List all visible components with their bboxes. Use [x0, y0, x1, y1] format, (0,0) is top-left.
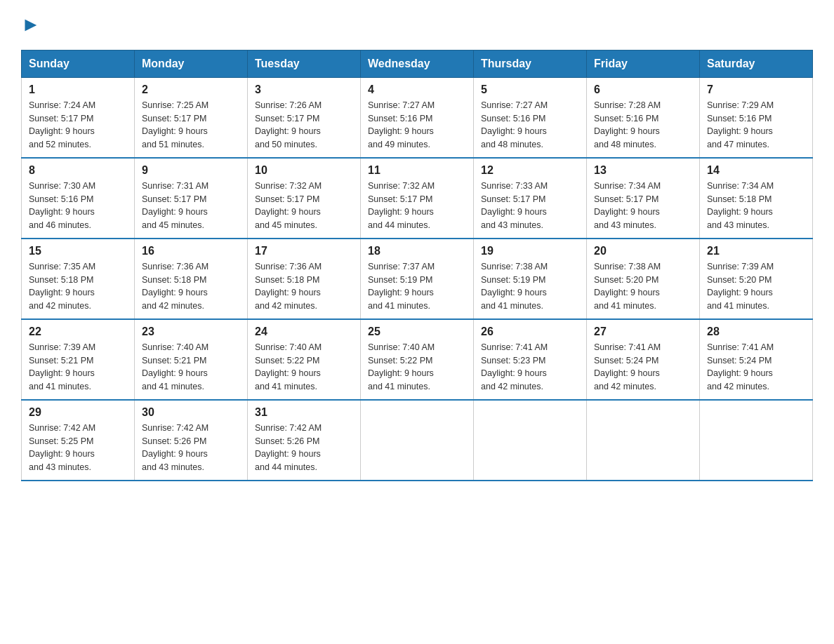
calendar-cell: 27 Sunrise: 7:41 AM Sunset: 5:24 PM Dayl…: [587, 319, 700, 400]
calendar-cell: [587, 400, 700, 481]
calendar-cell: 12 Sunrise: 7:33 AM Sunset: 5:17 PM Dayl…: [474, 158, 587, 239]
day-number: 2: [142, 83, 240, 96]
day-number: 5: [481, 83, 579, 96]
weekday-header-sunday: Sunday: [22, 50, 135, 77]
day-info: Sunrise: 7:27 AM Sunset: 5:16 PM Dayligh…: [368, 99, 466, 152]
day-number: 24: [255, 326, 353, 338]
weekday-header-wednesday: Wednesday: [361, 50, 474, 77]
calendar-cell: 17 Sunrise: 7:36 AM Sunset: 5:18 PM Dayl…: [248, 239, 361, 319]
day-info: Sunrise: 7:31 AM Sunset: 5:17 PM Dayligh…: [142, 180, 240, 232]
weekday-header-thursday: Thursday: [474, 50, 587, 77]
calendar-cell: 26 Sunrise: 7:41 AM Sunset: 5:23 PM Dayl…: [474, 319, 587, 400]
calendar-cell: 1 Sunrise: 7:24 AM Sunset: 5:17 PM Dayli…: [22, 77, 135, 158]
calendar-cell: 24 Sunrise: 7:40 AM Sunset: 5:22 PM Dayl…: [248, 319, 361, 400]
calendar-cell: 25 Sunrise: 7:40 AM Sunset: 5:22 PM Dayl…: [361, 319, 474, 400]
calendar-cell: 19 Sunrise: 7:38 AM Sunset: 5:19 PM Dayl…: [474, 239, 587, 319]
calendar-week-row: 15 Sunrise: 7:35 AM Sunset: 5:18 PM Dayl…: [22, 239, 813, 319]
calendar-cell: 22 Sunrise: 7:39 AM Sunset: 5:21 PM Dayl…: [22, 319, 135, 400]
day-info: Sunrise: 7:26 AM Sunset: 5:17 PM Dayligh…: [255, 99, 353, 152]
day-number: 20: [594, 245, 692, 257]
calendar-cell: 2 Sunrise: 7:25 AM Sunset: 5:17 PM Dayli…: [135, 77, 248, 158]
calendar-cell: 7 Sunrise: 7:29 AM Sunset: 5:16 PM Dayli…: [700, 77, 813, 158]
day-number: 12: [481, 164, 579, 177]
day-info: Sunrise: 7:38 AM Sunset: 5:19 PM Dayligh…: [481, 260, 579, 313]
day-number: 17: [255, 245, 353, 257]
day-number: 21: [707, 245, 805, 257]
weekday-header-row: SundayMondayTuesdayWednesdayThursdayFrid…: [22, 50, 813, 77]
calendar-week-row: 8 Sunrise: 7:30 AM Sunset: 5:16 PM Dayli…: [22, 158, 813, 239]
day-info: Sunrise: 7:41 AM Sunset: 5:23 PM Dayligh…: [481, 341, 579, 394]
calendar-cell: 15 Sunrise: 7:35 AM Sunset: 5:18 PM Dayl…: [22, 239, 135, 319]
day-info: Sunrise: 7:34 AM Sunset: 5:18 PM Dayligh…: [707, 180, 805, 232]
calendar-cell: 23 Sunrise: 7:40 AM Sunset: 5:21 PM Dayl…: [135, 319, 248, 400]
day-number: 6: [594, 83, 692, 96]
day-info: Sunrise: 7:36 AM Sunset: 5:18 PM Dayligh…: [255, 260, 353, 313]
day-number: 1: [29, 83, 127, 96]
day-info: Sunrise: 7:25 AM Sunset: 5:17 PM Dayligh…: [142, 99, 240, 152]
day-info: Sunrise: 7:27 AM Sunset: 5:16 PM Dayligh…: [481, 99, 579, 152]
calendar-cell: 8 Sunrise: 7:30 AM Sunset: 5:16 PM Dayli…: [22, 158, 135, 239]
day-number: 18: [368, 245, 466, 257]
day-number: 13: [594, 164, 692, 177]
calendar-cell: 5 Sunrise: 7:27 AM Sunset: 5:16 PM Dayli…: [474, 77, 587, 158]
calendar-cell: 4 Sunrise: 7:27 AM Sunset: 5:16 PM Dayli…: [361, 77, 474, 158]
day-number: 29: [29, 406, 127, 419]
day-info: Sunrise: 7:40 AM Sunset: 5:22 PM Dayligh…: [368, 341, 466, 394]
day-info: Sunrise: 7:35 AM Sunset: 5:18 PM Dayligh…: [29, 260, 127, 313]
calendar-cell: 10 Sunrise: 7:32 AM Sunset: 5:17 PM Dayl…: [248, 158, 361, 239]
calendar-cell: 9 Sunrise: 7:31 AM Sunset: 5:17 PM Dayli…: [135, 158, 248, 239]
calendar-cell: [361, 400, 474, 481]
calendar-cell: [474, 400, 587, 481]
weekday-header-tuesday: Tuesday: [248, 50, 361, 77]
day-number: 8: [29, 164, 127, 177]
day-info: Sunrise: 7:30 AM Sunset: 5:16 PM Dayligh…: [29, 180, 127, 232]
day-number: 14: [707, 164, 805, 177]
day-info: Sunrise: 7:36 AM Sunset: 5:18 PM Dayligh…: [142, 260, 240, 313]
day-info: Sunrise: 7:32 AM Sunset: 5:17 PM Dayligh…: [255, 180, 353, 232]
calendar-week-row: 22 Sunrise: 7:39 AM Sunset: 5:21 PM Dayl…: [22, 319, 813, 400]
calendar-cell: 28 Sunrise: 7:41 AM Sunset: 5:24 PM Dayl…: [700, 319, 813, 400]
day-number: 27: [594, 326, 692, 338]
day-number: 28: [707, 326, 805, 338]
weekday-header-saturday: Saturday: [700, 50, 813, 77]
day-info: Sunrise: 7:37 AM Sunset: 5:19 PM Dayligh…: [368, 260, 466, 313]
weekday-header-monday: Monday: [135, 50, 248, 77]
calendar-cell: [700, 400, 813, 481]
day-info: Sunrise: 7:33 AM Sunset: 5:17 PM Dayligh…: [481, 180, 579, 232]
calendar-cell: 11 Sunrise: 7:32 AM Sunset: 5:17 PM Dayl…: [361, 158, 474, 239]
calendar-cell: 3 Sunrise: 7:26 AM Sunset: 5:17 PM Dayli…: [248, 77, 361, 158]
day-number: 3: [255, 83, 353, 96]
day-number: 16: [142, 245, 240, 257]
calendar-table: SundayMondayTuesdayWednesdayThursdayFrid…: [21, 50, 813, 481]
calendar-cell: 20 Sunrise: 7:38 AM Sunset: 5:20 PM Dayl…: [587, 239, 700, 319]
page-header: ►: [21, 14, 813, 36]
day-number: 30: [142, 406, 240, 419]
day-info: Sunrise: 7:39 AM Sunset: 5:21 PM Dayligh…: [29, 341, 127, 394]
day-info: Sunrise: 7:42 AM Sunset: 5:26 PM Dayligh…: [142, 422, 240, 474]
day-number: 15: [29, 245, 127, 257]
day-info: Sunrise: 7:24 AM Sunset: 5:17 PM Dayligh…: [29, 99, 127, 152]
day-info: Sunrise: 7:29 AM Sunset: 5:16 PM Dayligh…: [707, 99, 805, 152]
calendar-week-row: 29 Sunrise: 7:42 AM Sunset: 5:25 PM Dayl…: [22, 400, 813, 481]
calendar-cell: 16 Sunrise: 7:36 AM Sunset: 5:18 PM Dayl…: [135, 239, 248, 319]
weekday-header-friday: Friday: [587, 50, 700, 77]
day-info: Sunrise: 7:38 AM Sunset: 5:20 PM Dayligh…: [594, 260, 692, 313]
day-number: 4: [368, 83, 466, 96]
day-info: Sunrise: 7:34 AM Sunset: 5:17 PM Dayligh…: [594, 180, 692, 232]
logo: ►: [21, 14, 41, 36]
calendar-cell: 31 Sunrise: 7:42 AM Sunset: 5:26 PM Dayl…: [248, 400, 361, 481]
day-number: 19: [481, 245, 579, 257]
calendar-cell: 13 Sunrise: 7:34 AM Sunset: 5:17 PM Dayl…: [587, 158, 700, 239]
calendar-cell: 29 Sunrise: 7:42 AM Sunset: 5:25 PM Dayl…: [22, 400, 135, 481]
logo-arrow-icon: ►: [21, 14, 41, 36]
calendar-header: SundayMondayTuesdayWednesdayThursdayFrid…: [22, 50, 813, 77]
day-number: 22: [29, 326, 127, 338]
day-number: 11: [368, 164, 466, 177]
day-number: 10: [255, 164, 353, 177]
calendar-body: 1 Sunrise: 7:24 AM Sunset: 5:17 PM Dayli…: [22, 77, 813, 481]
day-number: 25: [368, 326, 466, 338]
day-info: Sunrise: 7:32 AM Sunset: 5:17 PM Dayligh…: [368, 180, 466, 232]
calendar-cell: 30 Sunrise: 7:42 AM Sunset: 5:26 PM Dayl…: [135, 400, 248, 481]
calendar-cell: 6 Sunrise: 7:28 AM Sunset: 5:16 PM Dayli…: [587, 77, 700, 158]
calendar-cell: 18 Sunrise: 7:37 AM Sunset: 5:19 PM Dayl…: [361, 239, 474, 319]
